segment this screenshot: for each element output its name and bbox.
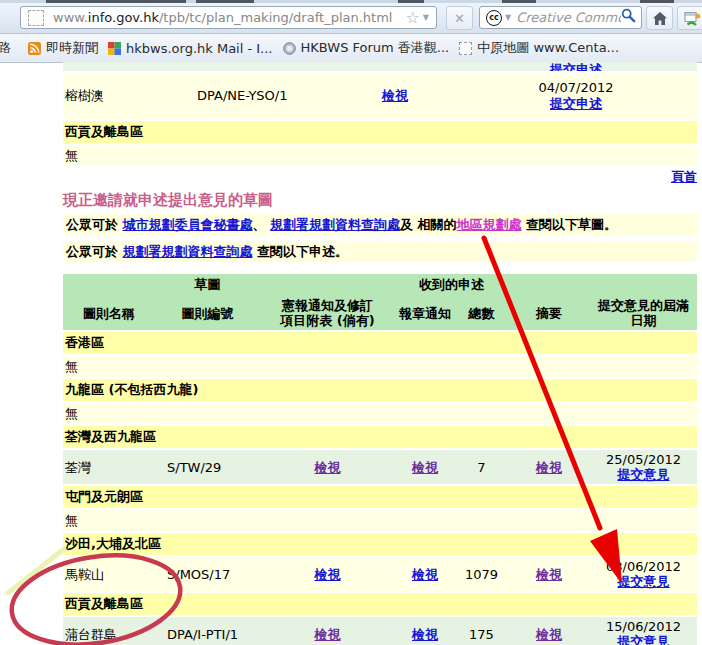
bookmark-item[interactable]: HKBWS Forum 香港觀... <box>283 39 450 57</box>
empty-row: 無 <box>63 355 697 378</box>
plan-number-cell: DPA/I-PTI/1 <box>155 616 260 645</box>
bookmark-label: 中原地圖 www.Centa... <box>477 39 619 57</box>
bookmark-label: HKBWS Forum 香港觀... <box>301 39 450 57</box>
submit-comments-link[interactable]: 提交意見 <box>618 574 670 589</box>
group-header-plan: 草圖 <box>155 274 260 296</box>
text: 及 相關的 <box>400 217 457 232</box>
home-button[interactable] <box>646 6 673 30</box>
back-to-top-link[interactable]: 頁首 <box>671 169 697 184</box>
bookmark-label: 即時新聞 <box>46 39 98 57</box>
table-row-cut: 提交申述 <box>63 62 697 72</box>
group-header-row: 草圖 收到的申述 <box>63 274 697 296</box>
highlighter-mark <box>8 549 64 593</box>
stop-button[interactable]: ✕ <box>446 6 473 30</box>
date-cell: 04/07/2012 <box>539 80 614 95</box>
view-press-link[interactable]: 檢視 <box>412 460 438 475</box>
default-favicon <box>459 42 472 55</box>
col-header-date: 提交意見的屆滿日期 <box>590 296 697 331</box>
intro-paragraph-1: 公眾可於 城市規劃委員會秘書處、 規劃署規劃資料查詢處及 相關的地區規劃處 查閱… <box>63 214 697 235</box>
empty-row: 無 <box>63 144 697 166</box>
bookmark-item[interactable]: 上路 <box>0 39 18 57</box>
district-planning-office-link[interactable]: 地區規劃處 <box>457 217 522 232</box>
search-engine-icon[interactable]: cc <box>486 10 502 26</box>
col-header-name: 圖則名稱 <box>63 296 155 331</box>
total-cell: 175 <box>455 616 508 645</box>
total-cell: 1079 <box>455 556 508 592</box>
site-identity-icon[interactable] <box>28 10 44 26</box>
submit-representation-link[interactable]: 提交申述 <box>550 96 602 111</box>
plan-name-cell: 馬鞍山 <box>63 556 155 592</box>
section-row: 九龍區 (不包括西九龍) <box>63 378 697 402</box>
hkbws-logo-icon <box>283 42 296 55</box>
group-header-received: 收到的申述 <box>395 274 508 296</box>
plan-name-cell: 荃灣 <box>63 449 155 485</box>
text: 查閱以下申述。 <box>253 244 349 259</box>
bookmark-item[interactable]: hkbws.org.hk Mail - I... <box>108 41 273 56</box>
url-bar[interactable]: www.info.gov.hk/tpb/tc/plan_making/draft… <box>20 6 437 29</box>
date-cell: 25/05/2012 <box>606 452 681 467</box>
view-gazette-link[interactable]: 檢視 <box>315 567 341 582</box>
col-header-gazette: 憲報通知及修訂項目附表 (倘有) <box>260 296 395 331</box>
submit-comments-link[interactable]: 提交意見 <box>618 634 670 645</box>
url-dropdown-icon[interactable]: ▼ <box>423 13 429 22</box>
tpb-secretariat-link[interactable]: 城市規劃委員會秘書處 <box>123 217 253 232</box>
search-go-icon[interactable] <box>621 8 636 27</box>
view-press-link[interactable]: 檢視 <box>412 627 438 642</box>
table-row: 荃灣 S/TW/29 檢視 檢視 7 檢視 25/05/2012提交意見 <box>63 449 697 485</box>
back-to-top: 頁首 <box>63 168 697 184</box>
draft-plans-table: 草圖 收到的申述 圖則名稱 圖則編號 憲報通知及修訂項目附表 (倘有) 報章通知… <box>63 274 697 645</box>
url-domain: info.gov.hk <box>88 10 159 25</box>
view-summary-link[interactable]: 檢視 <box>536 567 562 582</box>
representations-table: 提交申述 榕樹澳 DPA/NE-YSO/1 檢視 04/07/2012提交申述 … <box>63 62 697 166</box>
section-row: 荃灣及西九龍區 <box>63 425 697 449</box>
view-gazette-link[interactable]: 檢視 <box>315 627 341 642</box>
bookmarks-bar: 上路 即時新聞 hkbws.org.hk Mail - I... HKBWS F… <box>0 34 702 63</box>
text: 查閱以下草圖。 <box>522 217 618 232</box>
col-header-number: 圖則編號 <box>155 296 260 331</box>
planning-enquiry-link[interactable]: 規劃署規劃資料查詢處 <box>123 244 253 259</box>
bookmark-label: hkbws.org.hk Mail - I... <box>126 41 273 56</box>
bookmark-item[interactable]: 即時新聞 <box>28 39 98 57</box>
extension-button[interactable] <box>677 6 702 30</box>
page-section-heading: 現正邀請就申述提出意見的草圖 <box>63 191 697 211</box>
page-content: 提交申述 榕樹澳 DPA/NE-YSO/1 檢視 04/07/2012提交申述 … <box>63 62 697 645</box>
plan-number-cell: S/MOS/17 <box>155 556 260 592</box>
plan-number-cell: S/TW/29 <box>155 449 260 485</box>
date-cell: 15/06/2012 <box>606 619 681 634</box>
plan-name-cell: 榕樹澳 <box>63 72 185 120</box>
navigation-toolbar: www.info.gov.hk/tpb/tc/plan_making/draft… <box>0 3 702 34</box>
section-row: 屯門及元朗區 <box>63 485 697 509</box>
col-header-press: 報章通知 <box>395 296 455 331</box>
text: 公眾可於 <box>66 244 123 259</box>
bookmark-label: 上路 <box>0 39 11 57</box>
empty-row: 無 <box>63 509 697 532</box>
search-input[interactable]: Creative Commor <box>516 10 621 25</box>
section-row: 沙田,大埔及北區 <box>63 532 697 556</box>
view-summary-link[interactable]: 檢視 <box>536 460 562 475</box>
bookmark-item[interactable]: 中原地圖 www.Centa... <box>459 39 619 57</box>
search-engine-dropdown-icon[interactable]: ▼ <box>505 13 511 22</box>
planning-enquiry-link[interactable]: 規劃署規劃資料查詢處 <box>270 217 400 232</box>
text: 、 <box>253 217 271 232</box>
rss-icon <box>28 42 41 55</box>
column-header-row: 圖則名稱 圖則編號 憲報通知及修訂項目附表 (倘有) 報章通知 總數 摘要 提交… <box>63 296 697 331</box>
total-cell: 7 <box>455 449 508 485</box>
empty-row: 無 <box>63 402 697 425</box>
url-prefix: www. <box>53 10 88 25</box>
table-row: 榕樹澳 DPA/NE-YSO/1 檢視 04/07/2012提交申述 <box>63 72 697 120</box>
view-gazette-link[interactable]: 檢視 <box>315 460 341 475</box>
section-row: 香港區 <box>63 331 697 355</box>
section-row: 西貢及離島區 <box>63 120 697 144</box>
text: 公眾可於 <box>66 217 123 232</box>
section-row: 西貢及離島區 <box>63 592 697 616</box>
bookmark-star-icon[interactable]: ☆ <box>406 8 420 27</box>
url-path: /tpb/tc/plan_making/draft_plan.html <box>159 10 393 25</box>
view-link[interactable]: 檢視 <box>382 88 408 103</box>
table-row: 蒲台群島 DPA/I-PTI/1 檢視 檢視 175 檢視 15/06/2012… <box>63 616 697 645</box>
view-summary-link[interactable]: 檢視 <box>536 627 562 642</box>
search-box[interactable]: cc ▼ Creative Commor <box>479 6 642 29</box>
url-text[interactable]: www.info.gov.hk/tpb/tc/plan_making/draft… <box>53 10 406 25</box>
view-press-link[interactable]: 檢視 <box>412 567 438 582</box>
submit-representation-link[interactable]: 提交申述 <box>550 62 602 71</box>
submit-comments-link[interactable]: 提交意見 <box>618 467 670 482</box>
